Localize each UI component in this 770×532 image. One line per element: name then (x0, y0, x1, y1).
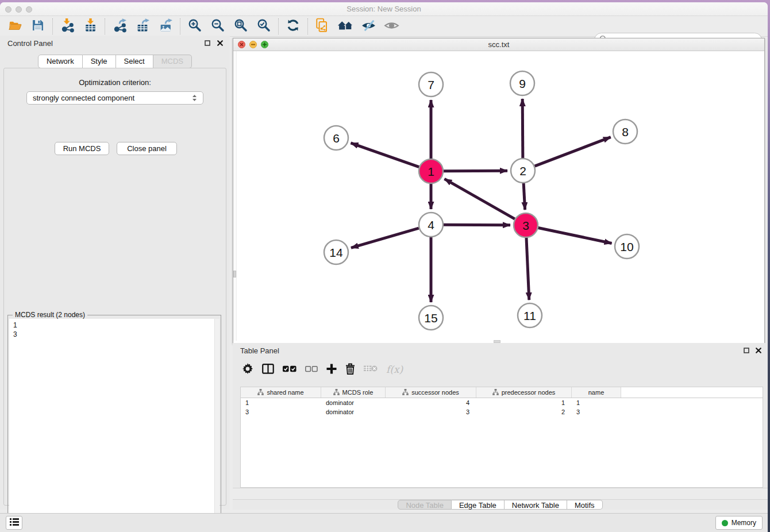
open-session-button[interactable] (3, 17, 26, 36)
node-label: 14 (329, 246, 343, 259)
select-all-rows-button[interactable] (283, 361, 297, 378)
panel-divider-vertical[interactable] (233, 51, 237, 341)
column-header-label: predecessor nodes (502, 389, 556, 396)
node-8[interactable]: 8 (613, 119, 637, 144)
node-2[interactable]: 2 (511, 159, 535, 183)
column-header-mcds-role[interactable]: MCDS role (321, 387, 386, 398)
optimization-select[interactable]: strongly connected component (26, 91, 203, 105)
tab-node-table[interactable]: Node Table (398, 500, 452, 510)
close-panel-button[interactable]: Close panel (117, 142, 177, 155)
table-header-row: shared nameMCDS rolesuccessor nodesprede… (241, 387, 763, 398)
tab-mcds[interactable]: MCDS (153, 55, 192, 68)
unchecked-boxes-icon (305, 365, 318, 374)
node-3[interactable]: 3 (514, 213, 538, 237)
edge-3-11[interactable] (526, 238, 529, 300)
table-settings-button[interactable] (242, 361, 253, 378)
edge-3-10[interactable] (538, 228, 612, 244)
first-neighbors-button[interactable] (334, 17, 357, 36)
control-panel-header: Control Panel (0, 36, 230, 51)
tab-network[interactable]: Network (38, 55, 83, 68)
close-panel-icon[interactable] (216, 39, 224, 47)
float-panel-icon[interactable] (203, 39, 211, 47)
node-1[interactable]: 1 (419, 159, 443, 183)
zoom-out-button[interactable] (206, 17, 229, 36)
column-header-label: MCDS role (342, 389, 374, 396)
import-network-button[interactable] (56, 17, 79, 36)
app-window: Session: New Session (0, 2, 768, 532)
edge-2-3[interactable] (523, 183, 525, 210)
float-table-panel-icon[interactable] (742, 346, 750, 354)
node-7[interactable]: 7 (419, 72, 443, 97)
plus-icon (326, 364, 337, 376)
export-image-button[interactable] (154, 17, 177, 36)
table-panel-tabs: Node TableEdge TableNetwork TableMotifs (233, 500, 768, 510)
node-15[interactable]: 15 (419, 306, 443, 330)
node-10[interactable]: 10 (615, 234, 639, 259)
mcds-result-title: MCDS result (2 nodes) (13, 311, 87, 319)
mcds-result-group: MCDS result (2 nodes) 13 (7, 315, 221, 532)
function-builder-button[interactable]: f(x) (386, 361, 403, 378)
node-9[interactable]: 9 (510, 71, 534, 95)
gear-icon (242, 363, 253, 376)
network-canvas[interactable]: 7968124314101511 (233, 51, 764, 341)
table-cell: 3 (572, 407, 621, 417)
edge-2-8[interactable] (535, 137, 611, 167)
memory-button[interactable]: Memory (715, 516, 763, 530)
save-session-button[interactable] (26, 17, 49, 36)
tab-network-table[interactable]: Network Table (505, 500, 567, 510)
node-4[interactable]: 4 (419, 213, 443, 237)
show-all-button[interactable] (380, 17, 403, 36)
control-panel-tabs: NetworkStyleSelectMCDS (0, 55, 230, 68)
column-header-name[interactable]: name (572, 387, 621, 398)
node-14[interactable]: 14 (324, 240, 348, 264)
edge-1-2[interactable] (444, 171, 507, 171)
columns-icon (262, 364, 274, 376)
edge-2-9[interactable] (522, 99, 523, 158)
column-header-label: successor nodes (411, 389, 459, 396)
zoom-in-button[interactable] (183, 17, 206, 36)
create-column-button[interactable] (326, 361, 337, 378)
delete-table-button[interactable] (364, 361, 378, 378)
zoom-selected-icon (257, 18, 271, 34)
task-history-button[interactable] (6, 516, 22, 530)
node-11[interactable]: 11 (518, 303, 542, 327)
network-view-window: scc.txt 7968124314101511 (233, 38, 765, 344)
edge-4-3[interactable] (444, 225, 510, 225)
export-table-button[interactable] (131, 17, 154, 36)
edge-1-6[interactable] (351, 143, 419, 167)
result-scrollbar[interactable] (214, 319, 220, 532)
show-column-panel-button[interactable] (262, 361, 274, 378)
table-row[interactable]: 3dominator323 (241, 407, 763, 417)
edge-4-14[interactable] (351, 228, 419, 248)
table-hscrollbar[interactable] (233, 488, 768, 500)
zoom-selected-button[interactable] (252, 17, 275, 36)
result-line: 1 (9, 321, 220, 330)
apply-layout-button[interactable] (282, 17, 305, 36)
column-grouping-icon (257, 389, 264, 396)
column-header-predecessor-nodes[interactable]: predecessor nodes (476, 387, 572, 398)
tab-style[interactable]: Style (83, 55, 116, 68)
tab-edge-table[interactable]: Edge Table (452, 500, 505, 510)
control-panel: Control Panel NetworkStyleSelectMCDS Opt… (0, 36, 230, 510)
node-6[interactable]: 6 (324, 126, 348, 150)
column-header-shared-name[interactable]: shared name (241, 387, 321, 398)
column-header-successor-nodes[interactable]: successor nodes (386, 387, 476, 398)
delete-column-button[interactable] (345, 361, 355, 378)
clone-network-button[interactable] (311, 17, 334, 36)
mcds-result-textarea[interactable]: 13 (9, 319, 220, 532)
close-table-panel-icon[interactable] (754, 346, 763, 354)
export-network-button[interactable] (108, 17, 131, 36)
zoom-fit-button[interactable] (229, 17, 252, 36)
edge-3-1[interactable] (444, 179, 514, 219)
run-mcds-button[interactable]: Run MCDS (55, 142, 109, 155)
zoom-in-icon (188, 18, 202, 34)
clone-network-icon (315, 18, 330, 34)
table-row[interactable]: 1dominator411 (241, 398, 763, 407)
deselect-all-rows-button[interactable] (305, 361, 318, 378)
import-table-button[interactable] (79, 17, 102, 36)
tab-motifs[interactable]: Motifs (567, 500, 603, 510)
tab-select[interactable]: Select (116, 55, 153, 68)
hide-selected-button[interactable] (357, 17, 380, 36)
network-window-title: scc.txt (233, 40, 764, 49)
column-grouping-icon (402, 389, 409, 396)
